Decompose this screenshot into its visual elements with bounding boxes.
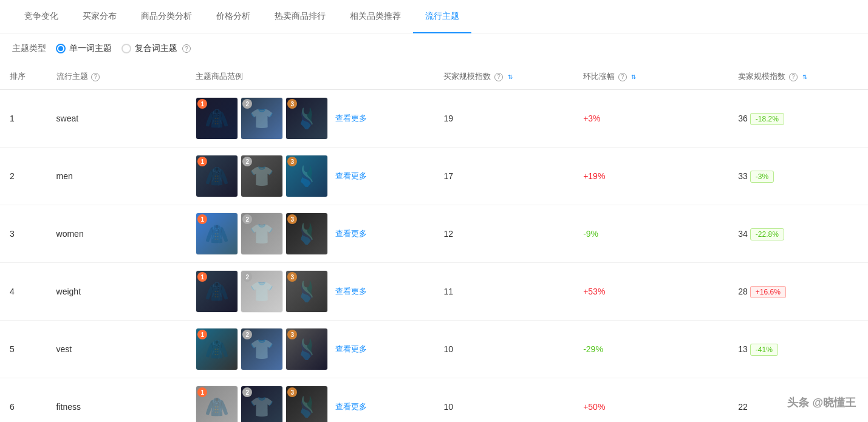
cell-buyer-scale: 19	[434, 90, 573, 148]
seller-scale-value: 34	[738, 229, 750, 239]
theme-type-label: 主题类型	[12, 43, 46, 54]
buyer-scale-info-icon[interactable]: ?	[494, 73, 503, 81]
cell-rank: 4	[0, 263, 47, 321]
product-thumbnail: 👕2	[241, 386, 283, 422]
radio-dot-compound[interactable]	[121, 44, 131, 53]
cell-products: 🧥1👕2🩱3查看更多	[186, 263, 434, 321]
cell-ratio: -9%	[573, 205, 728, 263]
cell-theme: vest	[47, 321, 186, 378]
product-thumbnail: 🩱3	[285, 213, 328, 255]
product-thumbnail: 🧥1	[196, 328, 238, 370]
cell-seller-scale: 13 -41%	[728, 321, 868, 378]
product-thumbnail: 👕2	[241, 155, 283, 197]
cell-products: 🧥1👕2🩱3查看更多	[186, 321, 434, 378]
compound-info-icon[interactable]: ?	[182, 44, 191, 53]
seller-scale-badge: -18.2%	[750, 113, 784, 125]
col-header-seller-scale: 卖家规模指数 ? ⇅	[728, 64, 868, 90]
product-thumbnail: 🩱3	[285, 270, 328, 313]
cell-seller-scale: 22	[728, 378, 868, 423]
product-thumbnail: 🧥1	[196, 155, 238, 197]
view-more-link[interactable]: 查看更多	[335, 228, 367, 239]
tab-competition[interactable]: 竞争变化	[12, 0, 70, 33]
cell-buyer-scale: 10	[434, 378, 573, 423]
radio-label-compound: 复合词主题	[135, 43, 177, 54]
seller-scale-value: 36	[738, 114, 750, 123]
tab-trending-theme[interactable]: 流行主题	[413, 0, 471, 33]
ratio-sort-icon[interactable]: ⇅	[631, 74, 636, 80]
view-more-link[interactable]: 查看更多	[335, 344, 367, 355]
seller-scale-badge: -41%	[750, 344, 778, 356]
seller-scale-badge: +16.6%	[750, 286, 786, 298]
radio-compound-word[interactable]: 复合词主题 ?	[121, 43, 191, 54]
cell-ratio: +50%	[573, 378, 728, 423]
seller-scale-info-icon[interactable]: ?	[789, 73, 798, 81]
col-header-buyer-scale: 买家规模指数 ? ⇅	[434, 64, 573, 90]
buyer-scale-sort-icon[interactable]: ⇅	[508, 74, 513, 80]
radio-dot-single[interactable]	[56, 44, 66, 53]
product-thumbnail: 🧥1	[196, 97, 238, 140]
theme-type-selector: 主题类型 单一词主题 复合词主题 ?	[0, 33, 868, 64]
tab-category-analysis[interactable]: 商品分类分析	[129, 0, 204, 33]
seller-scale-value: 33	[738, 171, 750, 181]
seller-scale-value: 28	[738, 287, 750, 296]
ratio-info-icon[interactable]: ?	[618, 73, 627, 81]
radio-group: 单一词主题 复合词主题 ?	[56, 43, 191, 54]
table-row: 4weight🧥1👕2🩱3查看更多11+53%28 +16.6%	[0, 263, 868, 321]
col-header-ratio: 环比涨幅 ? ⇅	[573, 64, 728, 90]
view-more-link[interactable]: 查看更多	[335, 286, 367, 297]
cell-rank: 6	[0, 378, 47, 423]
seller-scale-sort-icon[interactable]: ⇅	[802, 74, 807, 80]
cell-theme: weight	[47, 263, 186, 321]
table-row: 2men🧥1👕2🩱3查看更多17+19%33 -3%	[0, 148, 868, 205]
cell-ratio: +19%	[573, 148, 728, 205]
product-thumbnail: 🩱3	[285, 386, 328, 422]
radio-label-single: 单一词主题	[69, 43, 112, 54]
cell-theme: women	[47, 205, 186, 263]
table-row: 3women🧥1👕2🩱3查看更多12-9%34 -22.8%	[0, 205, 868, 263]
product-thumbnail: 🧥1	[196, 213, 238, 255]
cell-rank: 1	[0, 90, 47, 148]
cell-rank: 5	[0, 321, 47, 378]
main-container: 竞争变化 买家分布 商品分类分析 价格分析 热卖商品排行 相关品类推荐 流行主题…	[0, 0, 868, 422]
seller-scale-value: 13	[738, 344, 750, 354]
cell-seller-scale: 33 -3%	[728, 148, 868, 205]
seller-scale-badge: -22.8%	[750, 228, 784, 240]
view-more-link[interactable]: 查看更多	[335, 171, 367, 182]
view-more-link[interactable]: 查看更多	[335, 113, 367, 124]
trending-theme-table: 排序 流行主题 ? 主题商品范例 买家规模指数 ? ⇅	[0, 64, 868, 422]
product-thumbnail: 🧥1	[196, 270, 238, 313]
cell-buyer-scale: 11	[434, 263, 573, 321]
cell-theme: sweat	[47, 90, 186, 148]
navigation: 竞争变化 买家分布 商品分类分析 价格分析 热卖商品排行 相关品类推荐 流行主题	[0, 0, 868, 33]
cell-buyer-scale: 17	[434, 148, 573, 205]
tab-hot-products[interactable]: 热卖商品排行	[262, 0, 338, 33]
view-more-link[interactable]: 查看更多	[335, 401, 367, 412]
col-header-theme: 流行主题 ?	[47, 64, 186, 90]
cell-ratio: +53%	[573, 263, 728, 321]
product-thumbnail: 👕2	[241, 328, 283, 370]
product-thumbnail: 🧥1	[196, 386, 238, 422]
cell-buyer-scale: 10	[434, 321, 573, 378]
theme-info-icon[interactable]: ?	[91, 73, 100, 81]
cell-rank: 3	[0, 205, 47, 263]
cell-ratio: -29%	[573, 321, 728, 378]
cell-theme: fitness	[47, 378, 186, 423]
seller-scale-badge: -3%	[750, 171, 774, 183]
product-thumbnail: 👕2	[241, 213, 283, 255]
product-thumbnail: 🩱3	[285, 155, 328, 197]
product-thumbnail: 👕2	[241, 270, 283, 313]
cell-seller-scale: 34 -22.8%	[728, 205, 868, 263]
cell-products: 🧥1👕2🩱3查看更多	[186, 148, 434, 205]
cell-products: 🧥1👕2🩱3查看更多	[186, 378, 434, 423]
product-thumbnail: 👕2	[241, 97, 283, 140]
tab-buyer-dist[interactable]: 买家分布	[70, 0, 129, 33]
product-thumbnail: 🩱3	[285, 97, 328, 140]
table-row: 1sweat🧥1👕2🩱3查看更多19+3%36 -18.2%	[0, 90, 868, 148]
radio-single-word[interactable]: 单一词主题	[56, 43, 112, 54]
table-row: 5vest🧥1👕2🩱3查看更多10-29%13 -41%	[0, 321, 868, 378]
cell-seller-scale: 36 -18.2%	[728, 90, 868, 148]
tab-related-category[interactable]: 相关品类推荐	[338, 0, 413, 33]
tab-price-analysis[interactable]: 价格分析	[204, 0, 262, 33]
cell-ratio: +3%	[573, 90, 728, 148]
col-header-products: 主题商品范例	[186, 64, 434, 90]
